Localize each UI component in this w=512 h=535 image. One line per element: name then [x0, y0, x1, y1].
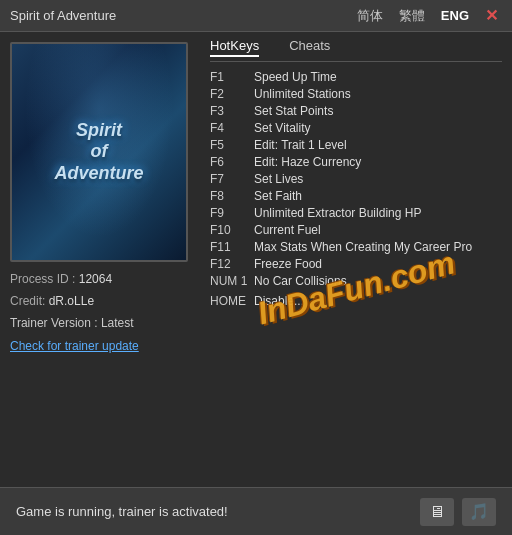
- status-text: Game is running, trainer is activated!: [16, 504, 228, 519]
- hotkey-f10: F10Current Fuel: [210, 223, 502, 237]
- hotkey-home: HOMEDisable...: [210, 294, 502, 308]
- language-bar: 简体 繁體 ENG ✕: [353, 5, 502, 27]
- process-label: Process ID :: [10, 272, 75, 286]
- bottom-bar: Game is running, trainer is activated! 🖥…: [0, 487, 512, 535]
- trainer-version-row: Trainer Version : Latest: [10, 316, 190, 330]
- version-label: Trainer Version : Latest: [10, 316, 134, 330]
- hotkey-f2: F2Unlimited Stations: [210, 87, 502, 101]
- hotkey-f3: F3Set Stat Points: [210, 104, 502, 118]
- left-panel: Spirit of Adventure Process ID : 12064 C…: [0, 32, 200, 487]
- hotkeys-list: F1Speed Up Time F2Unlimited Stations F3S…: [210, 70, 502, 308]
- hotkey-f5: F5Edit: Trait 1 Level: [210, 138, 502, 152]
- lang-english[interactable]: ENG: [437, 6, 473, 25]
- main-content: Spirit of Adventure Process ID : 12064 C…: [0, 32, 512, 487]
- credit-row: Credit: dR.oLLe: [10, 294, 190, 308]
- tabs-bar: HotKeys Cheats: [210, 38, 502, 62]
- tab-cheats[interactable]: Cheats: [289, 38, 330, 57]
- music-icon[interactable]: 🎵: [462, 498, 496, 526]
- app-title: Spirit of Adventure: [10, 8, 116, 23]
- hotkey-f6: F6Edit: Haze Currency: [210, 155, 502, 169]
- info-section: Process ID : 12064 Credit: dR.oLLe Train…: [10, 272, 190, 353]
- update-link[interactable]: Check for trainer update: [10, 339, 139, 353]
- game-cover-image: Spirit of Adventure: [10, 42, 188, 262]
- hotkey-num1: NUM 1No Car Collisions: [210, 274, 502, 288]
- credit-value: dR.oLLe: [49, 294, 94, 308]
- title-bar: Spirit of Adventure 简体 繁體 ENG ✕: [0, 0, 512, 32]
- hotkey-f11: F11Max Stats When Creating My Career Pro: [210, 240, 502, 254]
- process-id-row: Process ID : 12064: [10, 272, 190, 286]
- lang-simplified[interactable]: 简体: [353, 5, 387, 27]
- monitor-icon[interactable]: 🖥: [420, 498, 454, 526]
- close-button[interactable]: ✕: [481, 6, 502, 25]
- update-link-row[interactable]: Check for trainer update: [10, 338, 190, 353]
- hotkey-f9: F9Unlimited Extractor Building HP: [210, 206, 502, 220]
- lang-traditional[interactable]: 繁體: [395, 5, 429, 27]
- process-value: 12064: [79, 272, 112, 286]
- hotkey-f7: F7Set Lives: [210, 172, 502, 186]
- hotkey-f12: F12Freeze Food: [210, 257, 502, 271]
- cover-title: Spirit of Adventure: [54, 120, 143, 185]
- tab-hotkeys[interactable]: HotKeys: [210, 38, 259, 57]
- hotkey-f8: F8Set Faith: [210, 189, 502, 203]
- hotkey-f1: F1Speed Up Time: [210, 70, 502, 84]
- credit-label: Credit:: [10, 294, 45, 308]
- hotkey-f4: F4Set Vitality: [210, 121, 502, 135]
- bottom-icons: 🖥 🎵: [420, 498, 496, 526]
- right-panel: HotKeys Cheats F1Speed Up Time F2Unlimit…: [200, 32, 512, 487]
